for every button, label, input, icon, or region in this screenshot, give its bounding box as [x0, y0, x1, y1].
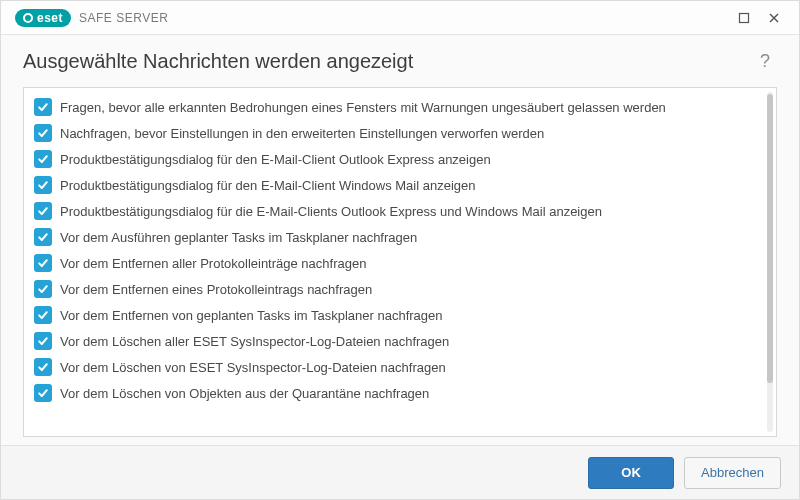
- option-row[interactable]: Vor dem Entfernen eines Protokolleintrag…: [32, 276, 760, 302]
- option-row[interactable]: Vor dem Entfernen von geplanten Tasks im…: [32, 302, 760, 328]
- maximize-icon: [738, 12, 750, 24]
- option-label: Vor dem Entfernen von geplanten Tasks im…: [60, 308, 443, 323]
- option-row[interactable]: Nachfragen, bevor Einstellungen in den e…: [32, 120, 760, 146]
- checkbox[interactable]: [34, 384, 52, 402]
- checkbox[interactable]: [34, 254, 52, 272]
- checkbox[interactable]: [34, 98, 52, 116]
- close-icon: [768, 12, 780, 24]
- svg-rect-0: [740, 13, 749, 22]
- checkbox[interactable]: [34, 124, 52, 142]
- option-row[interactable]: Fragen, bevor alle erkannten Bedrohungen…: [32, 94, 760, 120]
- brand-logo: eset: [15, 9, 71, 27]
- titlebar: eset SAFE SERVER: [1, 1, 799, 35]
- checkbox[interactable]: [34, 176, 52, 194]
- help-button[interactable]: ?: [753, 49, 777, 73]
- ok-button-label: OK: [621, 465, 641, 480]
- checkbox[interactable]: [34, 332, 52, 350]
- option-label: Nachfragen, bevor Einstellungen in den e…: [60, 126, 544, 141]
- option-label: Vor dem Entfernen eines Protokolleintrag…: [60, 282, 372, 297]
- dialog-footer: OK Abbrechen: [1, 445, 799, 499]
- option-row[interactable]: Vor dem Ausführen geplanter Tasks im Tas…: [32, 224, 760, 250]
- option-row[interactable]: Vor dem Löschen von Objekten aus der Qua…: [32, 380, 760, 406]
- brand-logo-icon: [23, 13, 33, 23]
- checkbox[interactable]: [34, 306, 52, 324]
- option-row[interactable]: Produktbestätigungsdialog für die E-Mail…: [32, 198, 760, 224]
- checkbox[interactable]: [34, 150, 52, 168]
- option-label: Vor dem Löschen von ESET SysInspector-Lo…: [60, 360, 446, 375]
- window-close-button[interactable]: [759, 5, 789, 31]
- option-row[interactable]: Vor dem Löschen von ESET SysInspector-Lo…: [32, 354, 760, 380]
- option-label: Vor dem Ausführen geplanter Tasks im Tas…: [60, 230, 417, 245]
- option-row[interactable]: Vor dem Löschen aller ESET SysInspector-…: [32, 328, 760, 354]
- product-name: SAFE SERVER: [79, 11, 168, 25]
- checkbox[interactable]: [34, 228, 52, 246]
- dialog-header: Ausgewählte Nachrichten werden angezeigt…: [1, 35, 799, 83]
- ok-button[interactable]: OK: [588, 457, 674, 489]
- dialog-title: Ausgewählte Nachrichten werden angezeigt: [23, 50, 413, 73]
- option-row[interactable]: Produktbestätigungsdialog für den E-Mail…: [32, 172, 760, 198]
- help-icon: ?: [760, 51, 770, 72]
- checkbox[interactable]: [34, 280, 52, 298]
- checkbox[interactable]: [34, 358, 52, 376]
- option-label: Produktbestätigungsdialog für den E-Mail…: [60, 152, 491, 167]
- checkbox[interactable]: [34, 202, 52, 220]
- option-label: Vor dem Löschen von Objekten aus der Qua…: [60, 386, 429, 401]
- option-row[interactable]: Produktbestätigungsdialog für den E-Mail…: [32, 146, 760, 172]
- options-panel: Fragen, bevor alle erkannten Bedrohungen…: [23, 87, 777, 437]
- window-maximize-button[interactable]: [729, 5, 759, 31]
- option-label: Vor dem Entfernen aller Protokolleinträg…: [60, 256, 366, 271]
- scrollbar[interactable]: [767, 92, 773, 432]
- option-label: Fragen, bevor alle erkannten Bedrohungen…: [60, 100, 666, 115]
- cancel-button-label: Abbrechen: [701, 465, 764, 480]
- option-row[interactable]: Vor dem Entfernen aller Protokolleinträg…: [32, 250, 760, 276]
- option-label: Produktbestätigungsdialog für die E-Mail…: [60, 204, 602, 219]
- brand-badge-text: eset: [37, 11, 63, 25]
- cancel-button[interactable]: Abbrechen: [684, 457, 781, 489]
- options-list[interactable]: Fragen, bevor alle erkannten Bedrohungen…: [24, 88, 764, 436]
- scrollbar-thumb[interactable]: [767, 94, 773, 383]
- option-label: Vor dem Löschen aller ESET SysInspector-…: [60, 334, 449, 349]
- option-label: Produktbestätigungsdialog für den E-Mail…: [60, 178, 476, 193]
